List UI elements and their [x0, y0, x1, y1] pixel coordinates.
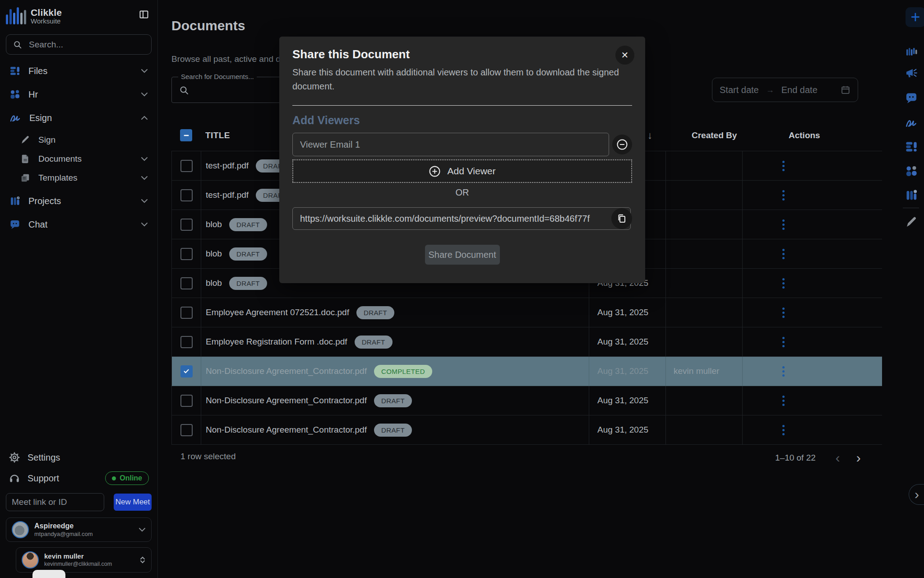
viewer-email-placeholder: Viewer Email 1	[300, 140, 360, 150]
copy-link-button[interactable]	[611, 208, 632, 229]
or-divider-label: OR	[292, 187, 632, 199]
copy-icon	[616, 213, 627, 224]
viewer-email-input[interactable]: Viewer Email 1	[292, 133, 609, 156]
add-viewer-button[interactable]: Add Viewer	[292, 159, 632, 183]
add-viewers-heading: Add Viewers	[292, 114, 632, 127]
share-link-input[interactable]: https://worksuite.clikkle.com/documents/…	[292, 207, 631, 230]
modal-title: Share this Document	[292, 47, 632, 62]
share-link-text: https://worksuite.clikkle.com/documents/…	[300, 214, 590, 224]
remove-viewer-button[interactable]	[612, 135, 632, 154]
share-document-modal: Share this Document ✕ Share this documen…	[279, 37, 645, 283]
modal-description: Share this document with additional view…	[292, 65, 628, 93]
modal-divider	[292, 105, 632, 106]
close-button[interactable]: ✕	[615, 46, 634, 65]
plus-circle-icon	[429, 165, 441, 177]
minus-circle-icon	[616, 139, 628, 150]
share-document-button[interactable]: Share Document	[425, 245, 500, 265]
